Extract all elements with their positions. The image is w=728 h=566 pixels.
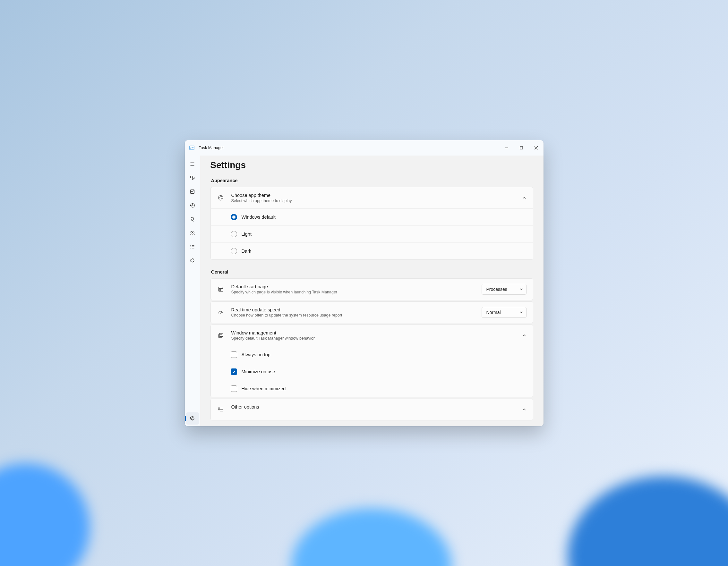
option-hide-when-minimized[interactable]: Hide when minimized	[211, 380, 533, 397]
start-page-desc: Specify which page is visible when launc…	[231, 290, 482, 294]
other-options-card: Other options .	[210, 399, 533, 420]
nav-details[interactable]	[186, 241, 199, 253]
svg-line-15	[193, 221, 194, 222]
svg-rect-8	[191, 176, 193, 178]
start-page-dropdown[interactable]: Processes	[482, 284, 527, 295]
nav-processes[interactable]	[186, 172, 199, 184]
other-options-title: Other options	[231, 404, 522, 409]
svg-rect-38	[218, 409, 219, 410]
checkbox-checked-icon	[231, 368, 237, 375]
chevron-down-icon	[519, 310, 523, 314]
option-always-on-top[interactable]: Always on top	[211, 346, 533, 363]
radio-icon	[231, 248, 237, 254]
option-minimize-on-use[interactable]: Minimize on use	[211, 363, 533, 380]
nav-users[interactable]	[186, 227, 199, 239]
nav-performance[interactable]	[186, 186, 199, 198]
nav-services[interactable]	[186, 255, 199, 267]
svg-line-14	[191, 221, 192, 222]
close-button[interactable]	[529, 140, 544, 156]
chevron-down-icon	[519, 287, 523, 291]
radio-icon	[231, 231, 237, 237]
nav-startup-apps[interactable]	[186, 213, 199, 226]
svg-point-19	[191, 247, 191, 247]
window-mgmt-title: Window management	[231, 330, 522, 335]
nav-hamburger[interactable]	[186, 158, 199, 170]
title-bar: Task Manager	[185, 140, 544, 156]
update-speed-card: Real time update speed Choose how often …	[210, 301, 533, 323]
page-icon	[217, 286, 224, 293]
svg-rect-36	[218, 407, 219, 408]
svg-rect-34	[219, 333, 223, 336]
page-title: Settings	[210, 160, 533, 170]
checkbox-icon	[231, 385, 237, 392]
update-speed-desc: Choose how often to update the system re…	[231, 313, 482, 317]
update-speed-header: Real time update speed Choose how often …	[211, 302, 533, 323]
settings-content: Settings Appearance Choose app theme Sel…	[200, 156, 544, 426]
svg-point-26	[220, 196, 220, 197]
chevron-up-icon	[522, 333, 527, 338]
windows-icon	[217, 332, 224, 339]
svg-rect-35	[218, 334, 222, 337]
start-page-header: Default start page Specify which page is…	[211, 279, 533, 300]
app-icon	[189, 145, 194, 150]
list-settings-icon	[217, 406, 224, 413]
start-page-title: Default start page	[231, 284, 482, 289]
svg-point-17	[193, 232, 194, 233]
svg-line-32	[221, 312, 222, 313]
svg-point-16	[191, 231, 192, 233]
theme-title: Choose app theme	[231, 193, 522, 198]
svg-point-27	[221, 196, 222, 197]
svg-point-18	[191, 245, 191, 246]
svg-rect-28	[218, 287, 223, 291]
section-appearance-label: Appearance	[211, 178, 533, 183]
theme-option-dark[interactable]: Dark	[211, 243, 533, 260]
window-mgmt-header[interactable]: Window management Specify default Task M…	[211, 325, 533, 346]
window-title: Task Manager	[199, 146, 224, 150]
theme-desc: Select which app theme to display	[231, 199, 522, 203]
start-page-card: Default start page Specify which page is…	[210, 279, 533, 300]
svg-point-25	[219, 198, 220, 198]
gauge-icon	[217, 309, 224, 316]
theme-card-header[interactable]: Choose app theme Select which app theme …	[211, 187, 533, 209]
section-general-label: General	[211, 270, 533, 275]
svg-rect-2	[520, 147, 523, 149]
nav-settings[interactable]	[186, 412, 199, 424]
svg-point-20	[191, 248, 191, 249]
theme-option-windows-default[interactable]: Windows default	[211, 209, 533, 226]
window-mgmt-card: Window management Specify default Task M…	[210, 324, 533, 397]
task-manager-window: Task Manager	[185, 140, 544, 426]
update-speed-dropdown[interactable]: Normal	[482, 307, 527, 318]
minimize-button[interactable]	[499, 140, 514, 156]
svg-rect-9	[193, 177, 194, 179]
radio-checked-icon	[231, 214, 237, 220]
nav-rail	[185, 156, 200, 426]
svg-point-33	[220, 313, 221, 313]
nav-app-history[interactable]	[186, 200, 199, 212]
update-speed-title: Real time update speed	[231, 307, 482, 312]
svg-point-24	[192, 417, 193, 419]
theme-card: Choose app theme Select which app theme …	[210, 187, 533, 260]
chevron-up-icon	[522, 196, 527, 200]
window-mgmt-desc: Specify default Task Manager window beha…	[231, 336, 522, 340]
theme-option-light[interactable]: Light	[211, 226, 533, 243]
checkbox-icon	[231, 351, 237, 358]
other-options-header[interactable]: Other options .	[211, 399, 533, 420]
palette-icon	[217, 194, 224, 202]
chevron-up-icon	[522, 407, 527, 412]
maximize-button[interactable]	[514, 140, 529, 156]
